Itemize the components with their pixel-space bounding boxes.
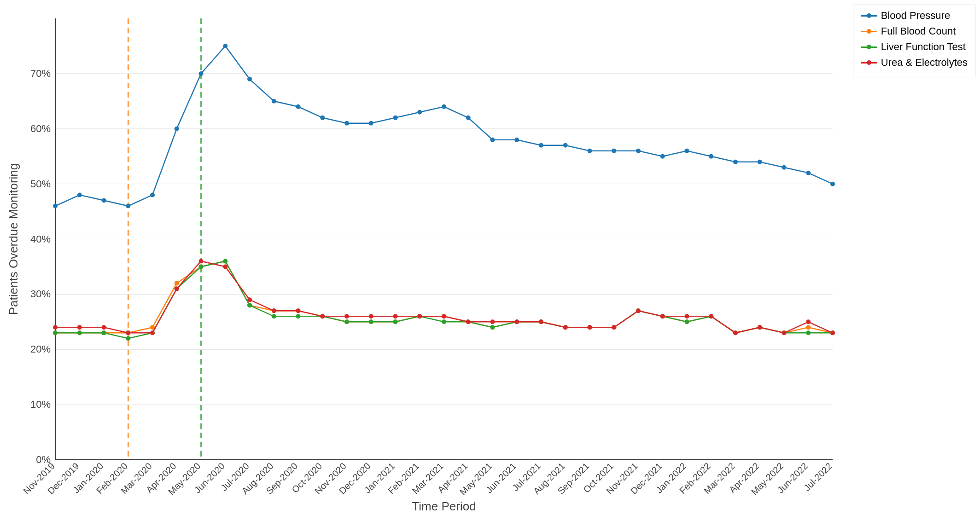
- chart-container: Blood Pressure Full Blood Count Liver Fu…: [0, 0, 980, 515]
- legend-item-bp: Blood Pressure: [861, 10, 968, 22]
- legend-item-ue: Urea & Electrolytes: [861, 57, 968, 69]
- chart-canvas: [0, 0, 980, 515]
- legend-label-ue: Urea & Electrolytes: [881, 57, 968, 69]
- legend-line-lft: [861, 46, 877, 48]
- legend-line-fbc: [861, 31, 877, 32]
- legend-item-fbc: Full Blood Count: [861, 25, 968, 37]
- chart-legend: Blood Pressure Full Blood Count Liver Fu…: [853, 5, 975, 77]
- legend-line-ue: [861, 62, 877, 64]
- legend-label-fbc: Full Blood Count: [881, 25, 956, 37]
- legend-label-lft: Liver Function Test: [881, 41, 966, 53]
- legend-label-bp: Blood Pressure: [881, 10, 950, 22]
- legend-item-lft: Liver Function Test: [861, 41, 968, 53]
- legend-line-bp: [861, 15, 877, 17]
